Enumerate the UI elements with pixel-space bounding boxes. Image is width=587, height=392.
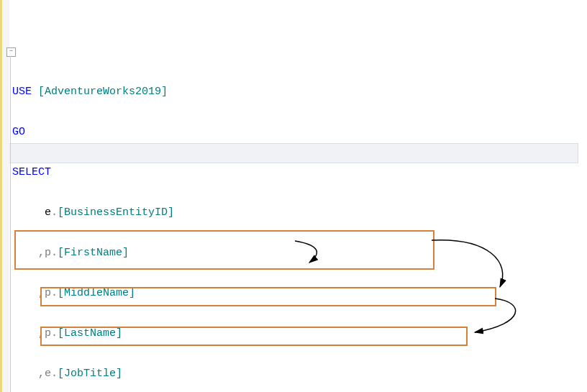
keyword-use: USE [12, 86, 32, 98]
column: [BusinessEntityID] [58, 206, 174, 219]
keyword-select: SELECT [12, 166, 51, 178]
column: [FirstName] [58, 247, 129, 259]
db-name: [AdventureWorks2019] [38, 86, 168, 98]
keyword-go: GO [12, 126, 25, 138]
fold-guide-line [10, 56, 11, 392]
alias: e [45, 206, 51, 219]
column: [JobTitle] [58, 368, 122, 380]
sql-editor[interactable]: − USE [AdventureWorks2019] GO SELECT e.[… [0, 0, 587, 392]
code-line: ,e.[JobTitle] [12, 364, 420, 384]
code-line: ,p.[LastName] [12, 324, 420, 344]
code-area[interactable]: − USE [AdventureWorks2019] GO SELECT e.[… [9, 0, 420, 392]
code-line: ,p.[FirstName] [12, 243, 420, 263]
code-line: e.[BusinessEntityID] [12, 203, 420, 223]
code-line: USE [AdventureWorks2019] [12, 82, 420, 102]
editor-gutter [0, 0, 9, 392]
code-line: SELECT [12, 163, 420, 183]
column: [LastName] [58, 327, 122, 339]
column: [MiddleName] [58, 287, 135, 299]
code-line: ,p.[MiddleName] [12, 283, 420, 304]
fold-minus-icon[interactable]: − [6, 47, 16, 57]
code-line: GO [12, 122, 420, 142]
